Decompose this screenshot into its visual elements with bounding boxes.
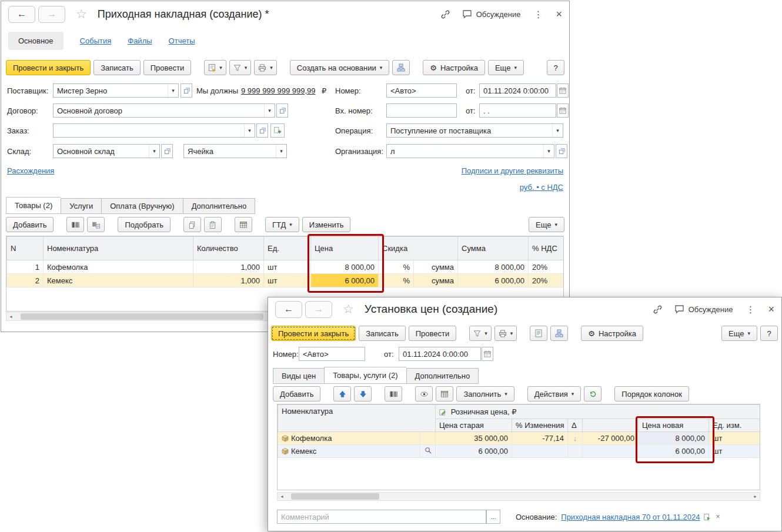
forward-button[interactable]: →: [38, 6, 65, 23]
col-n[interactable]: N: [7, 237, 44, 260]
debt-amount-link[interactable]: 9 999 999 999 999,99: [241, 86, 316, 95]
print-button[interactable]: ▾: [254, 60, 277, 75]
forward-button[interactable]: →: [305, 301, 332, 318]
tab-events[interactable]: События: [80, 36, 112, 45]
table-settings-button[interactable]: [436, 386, 453, 401]
add-row-button[interactable]: Добавить: [273, 386, 320, 401]
supplier-open-button[interactable]: [181, 83, 192, 98]
filter-button[interactable]: ▾: [469, 326, 492, 341]
actions-button[interactable]: Действия▾: [527, 386, 582, 401]
col-delta-value[interactable]: [583, 419, 639, 432]
barcode-scan-button[interactable]: [66, 217, 84, 232]
col-qty[interactable]: Количество: [193, 237, 264, 260]
order-open-button[interactable]: [256, 123, 268, 138]
more-button[interactable]: Еще▾: [488, 60, 524, 75]
incoming-number-field[interactable]: [386, 103, 457, 118]
table-row-selected[interactable]: Кофемолка 35 000,00 -77,14 ↓ -27 000,00 …: [278, 432, 760, 445]
create-based-on-button[interactable]: Создать на основании▾: [290, 60, 389, 75]
favorite-star-icon[interactable]: ☆: [343, 302, 354, 316]
organization-field[interactable]: л ▾: [386, 144, 554, 158]
post-button[interactable]: Провести: [143, 60, 192, 75]
w2-horizontal-scrollbar[interactable]: ◂ ▸: [277, 492, 760, 501]
subordination-structure-button[interactable]: [550, 326, 568, 341]
basis-clear-icon[interactable]: ×: [716, 513, 720, 521]
scroll-right-icon[interactable]: ▸: [751, 494, 760, 499]
tab-payment[interactable]: Оплата (Вручную): [101, 198, 182, 214]
basis-open-icon[interactable]: [703, 513, 711, 521]
post-and-close-button[interactable]: Провести и закрыть: [6, 60, 91, 75]
organization-open-button[interactable]: [556, 144, 567, 158]
discrepancies-link[interactable]: Расхождения: [7, 166, 54, 175]
date-calendar-button[interactable]: [557, 83, 569, 98]
col-sum[interactable]: Сумма: [458, 237, 529, 260]
tab-goods-services[interactable]: Товары, услуги (2): [324, 367, 406, 384]
order-field[interactable]: ▾: [53, 123, 255, 138]
close-window-icon[interactable]: ×: [556, 8, 562, 21]
paste-rows-button[interactable]: [204, 217, 222, 232]
scroll-track[interactable]: [286, 493, 751, 500]
scroll-thumb[interactable]: [21, 313, 263, 320]
supplier-field[interactable]: Мистер Зерно ▾: [53, 83, 179, 98]
col-item[interactable]: Номенклатура: [44, 237, 193, 260]
back-button[interactable]: ←: [8, 6, 35, 23]
view-button[interactable]: [415, 386, 433, 401]
comment-expand-button[interactable]: ...: [486, 510, 500, 524]
basis-document-link[interactable]: Приходная накладная 70 от 01.11.2024: [561, 513, 700, 521]
copy-link-icon[interactable]: [653, 305, 663, 314]
save-button[interactable]: Записать: [359, 326, 406, 341]
items-more-button[interactable]: Еще▾: [529, 217, 564, 232]
barcode-scan-button[interactable]: [385, 386, 402, 401]
back-button[interactable]: ←: [275, 301, 302, 318]
post-and-close-button[interactable]: Провести и закрыть: [271, 326, 356, 341]
filter-button[interactable]: ▾: [229, 60, 252, 75]
currency-vat-link[interactable]: руб. • с НДС: [520, 183, 563, 192]
contract-open-button[interactable]: [276, 103, 288, 118]
dropdown-icon[interactable]: ▾: [244, 124, 255, 137]
save-button[interactable]: Записать: [93, 60, 141, 75]
move-up-button[interactable]: [333, 386, 351, 401]
tab-price-types[interactable]: Виды цен: [273, 368, 324, 384]
scroll-thumb[interactable]: [291, 493, 379, 500]
tab-files[interactable]: Файлы: [128, 36, 152, 45]
tab-additional[interactable]: Дополнительно: [183, 198, 256, 214]
table-row-selected[interactable]: 2 Кемекс 1,000 шт 6 000,00 % сумма 6 000…: [7, 274, 564, 287]
copy-link-icon[interactable]: [440, 9, 450, 19]
contract-field[interactable]: Основной договор ▾: [53, 103, 275, 118]
col-price[interactable]: Цена: [311, 237, 379, 260]
pick-items-button[interactable]: Подобрать: [118, 217, 170, 232]
dropdown-icon[interactable]: ▾: [552, 124, 563, 137]
discussion-button[interactable]: Обсуждение: [674, 305, 733, 314]
settings-button[interactable]: ⚙ Настройка: [581, 326, 643, 341]
refresh-button[interactable]: [584, 386, 601, 401]
col-old-price[interactable]: Цена старая: [436, 419, 512, 432]
dropdown-icon[interactable]: ▾: [276, 145, 286, 158]
move-down-button[interactable]: [354, 386, 372, 401]
comment-input[interactable]: [277, 510, 486, 524]
more-menu-icon[interactable]: ⋮: [532, 9, 544, 20]
col-group-retail-price[interactable]: Розничная цена, ₽: [436, 405, 760, 419]
signatures-link[interactable]: Подписи и другие реквизиты: [462, 166, 563, 175]
send-document-button[interactable]: ▾: [204, 60, 226, 75]
report-button[interactable]: [530, 326, 547, 341]
col-item[interactable]: Номенклатура: [278, 405, 436, 432]
discussion-button[interactable]: Обсуждение: [462, 9, 521, 19]
scroll-left-icon[interactable]: ◂: [278, 494, 286, 499]
operation-field[interactable]: Поступление от поставщика ▾: [386, 123, 563, 138]
copy-rows-button[interactable]: [183, 217, 201, 232]
tab-goods[interactable]: Товары (2): [6, 197, 61, 214]
incoming-date-field[interactable]: . .: [479, 103, 556, 118]
close-window-icon[interactable]: ×: [768, 303, 774, 316]
col-vat[interactable]: % НДС: [529, 237, 564, 260]
number-field[interactable]: <Авто>: [299, 347, 365, 361]
edit-button[interactable]: Изменить: [302, 217, 351, 232]
incoming-date-calendar-button[interactable]: [557, 103, 569, 118]
scroll-left-icon[interactable]: ◂: [6, 314, 15, 319]
dropdown-icon[interactable]: ▾: [264, 104, 275, 117]
col-new-price[interactable]: Цена новая: [639, 419, 709, 432]
table-row[interactable]: 1 Кофемолка 1,000 шт 8 000,00 % сумма 8 …: [7, 260, 564, 274]
print-button[interactable]: ▾: [494, 326, 517, 341]
dropdown-icon[interactable]: ▾: [543, 145, 554, 158]
table-settings-button[interactable]: [235, 217, 252, 232]
help-button[interactable]: ?: [760, 326, 778, 341]
tab-services[interactable]: Услуги: [61, 198, 101, 214]
